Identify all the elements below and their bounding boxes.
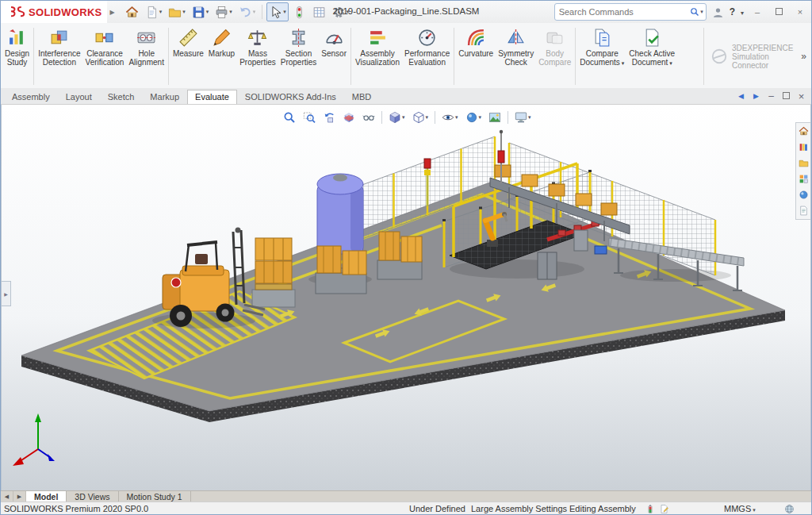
select-tool-button[interactable] [266,2,289,21]
clearance-verification-icon [94,28,114,48]
window-restore-button[interactable] [771,7,787,17]
view-palette-button[interactable] [799,174,809,184]
folder-icon [799,158,809,168]
web-help-globe-icon[interactable] [784,504,795,514]
body-compare-icon [545,28,565,48]
ribbon-button-mass-properties[interactable]: Mass Properties [237,25,278,88]
toolbar-separator [435,111,435,124]
print-icon [215,6,228,19]
doc-close-button[interactable] [794,90,809,102]
tab-motion-study-1[interactable]: Motion Study 1 [119,491,191,502]
solidworks-logo: SOLIDWORKS [1,1,107,23]
task-pane [795,122,810,220]
open-button[interactable] [166,2,188,21]
tab-scroll-right-icon[interactable] [13,491,26,502]
ribbon-button-design-study[interactable]: Design Study [2,25,32,88]
file-explorer-button[interactable] [799,158,809,168]
3dexperience-icon [710,48,728,65]
toolbar-separator [508,111,508,124]
heads-up-view-toolbar [281,109,534,126]
tab-scroll-left-icon[interactable] [1,491,13,502]
undo-icon [239,6,252,19]
search-commands-box: ▾ [554,3,707,21]
sphere-icon [799,190,809,200]
tab-sketch[interactable]: Sketch [100,90,143,104]
custom-properties-button[interactable] [799,206,809,216]
ribbon-button-hole-alignment[interactable]: Hole Alignment [126,25,166,88]
appearance-sphere-icon [465,111,478,124]
section-view-button[interactable] [340,109,358,126]
window-minimize-button[interactable]: – [749,7,765,17]
ribbon-button-section-properties[interactable]: Section Properties [278,25,320,88]
doc-forward-icon[interactable] [749,92,764,100]
apply-scene-button[interactable] [486,109,504,126]
tab-solidworks-add-ins[interactable]: SOLIDWORKS Add-Ins [237,90,344,104]
tab-model[interactable]: Model [26,491,67,502]
save-button[interactable] [190,2,212,21]
doc-restore-button[interactable] [779,92,794,101]
open-folder-icon [168,6,182,19]
ribbon-button-markup[interactable]: Markup [206,25,237,88]
ribbon-button-symmetry-check[interactable]: Symmetry Check [496,25,536,88]
titlebar: SOLIDWORKS ▶ 2019-001-Packaging_Line.SLD… [1,1,811,24]
toolbar-separator [381,111,382,124]
previous-view-button[interactable] [320,109,338,126]
file-properties-button[interactable] [310,2,328,21]
performance-battery-icon[interactable] [645,504,655,514]
units-selector[interactable]: MMGS [724,504,756,513]
window-close-button[interactable]: × [792,7,808,17]
large-assembly-settings-text[interactable]: Large Assembly Settings [471,504,567,513]
featuremanager-flyout-tab[interactable] [2,281,11,306]
rebuild-icon [293,6,306,19]
search-commands-input[interactable] [557,6,690,17]
hide-show-items-button[interactable] [439,109,461,126]
design-library-button[interactable] [799,142,809,152]
rebuild-button[interactable] [290,2,308,21]
ribbon-button-compare-documents[interactable]: Compare Documents [577,25,626,88]
doc-back-icon[interactable] [733,92,749,100]
tab-layout[interactable]: Layout [58,90,100,104]
mass-properties-icon [247,28,267,48]
print-button[interactable] [213,2,235,21]
zoom-to-area-button[interactable] [301,109,318,126]
appearances-scenes-button[interactable] [799,190,809,200]
graphics-viewport-scene[interactable] [2,105,811,490]
edit-document-icon[interactable] [660,504,669,514]
dassault-logo-icon [6,5,26,19]
ribbon-button-check-active-document[interactable]: Check Active Document [626,25,677,88]
tab-markup[interactable]: Markup [142,90,187,104]
library-icon [799,142,809,152]
view-orientation-button[interactable] [386,109,408,126]
ribbon-button-measure[interactable]: Measure [170,25,206,88]
tab-assembly[interactable]: Assembly [4,90,58,104]
solidworks-resources-button[interactable] [799,126,809,136]
ribbon-button-performance-evaluation[interactable]: Performance Evaluation [402,25,452,88]
symmetry-check-icon [506,28,526,48]
ribbon-button-clearance-verification[interactable]: Clearance Verification [83,25,127,88]
edit-appearance-button[interactable] [463,109,485,126]
help-button[interactable] [730,6,735,17]
ribbon-button-sensor[interactable]: Sensor [319,25,349,88]
search-icon[interactable] [690,7,699,17]
view-settings-button[interactable] [512,109,534,126]
tab-mbd[interactable]: MBD [344,90,379,104]
blue-tote [595,246,607,254]
zoom-to-fit-button[interactable] [281,109,298,126]
ribbon-button-interference-detection[interactable]: Interference Detection [36,25,82,88]
ribbon-button-curvature[interactable]: Curvature [456,25,496,88]
dynamic-annotation-views-button[interactable] [360,109,377,126]
tab-3d-views[interactable]: 3D Views [67,491,118,502]
new-document-button[interactable] [143,2,165,21]
ribbon-overflow-chevron-icon[interactable] [798,51,810,62]
home-button[interactable] [123,2,141,21]
tab-evaluate[interactable]: Evaluate [187,90,237,104]
help-dropdown-icon[interactable] [741,7,744,17]
measure-icon [178,28,198,48]
menu-flyout-arrow-icon[interactable]: ▶ [107,9,118,16]
ribbon-button-assembly-visualization[interactable]: Assembly Visualization [353,25,402,88]
login-button[interactable] [712,6,724,18]
restore-icon [783,92,790,99]
search-scope-dropdown-icon[interactable]: ▾ [700,9,703,15]
doc-minimize-button[interactable] [764,90,779,102]
display-style-button[interactable] [410,109,431,126]
